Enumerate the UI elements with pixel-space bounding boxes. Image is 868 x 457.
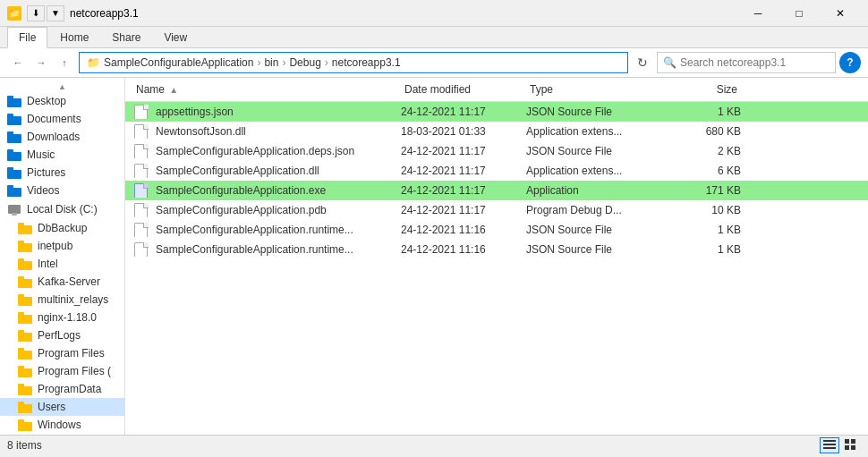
- forward-button[interactable]: →: [30, 53, 52, 72]
- sidebar-item-music[interactable]: Music: [0, 146, 124, 164]
- file-type-cell: Application extens...: [526, 125, 669, 138]
- column-name[interactable]: Name ▲: [132, 81, 401, 97]
- file-date-cell: 24-12-2021 11:17: [401, 145, 526, 157]
- sidebar-item-pictures[interactable]: Pictures: [0, 164, 124, 182]
- file-row[interactable]: NewtonsoftJson.dll 18-03-2021 01:33 Appl…: [125, 122, 868, 141]
- tab-file[interactable]: File: [7, 27, 47, 48]
- sidebar-item-perflogs[interactable]: PerfLogs: [0, 326, 124, 344]
- file-date-cell: 24-12-2021 11:16: [401, 224, 526, 236]
- sidebar-label: multinix_relays: [38, 293, 108, 306]
- sidebar-item-nginx[interactable]: nginx-1.18.0: [0, 309, 124, 326]
- sidebar-item-kafka[interactable]: Kafka-Server: [0, 273, 124, 291]
- close-button[interactable]: ✕: [820, 0, 861, 27]
- sidebar-item-windows[interactable]: Windows: [0, 416, 124, 434]
- up-button[interactable]: ↑: [54, 53, 75, 72]
- search-box[interactable]: 🔍: [657, 52, 836, 73]
- tab-home[interactable]: Home: [49, 27, 99, 47]
- maximize-button[interactable]: □: [779, 0, 820, 27]
- column-size[interactable]: Size: [669, 81, 741, 97]
- sidebar-label: Program Files (: [38, 365, 111, 377]
- sidebar-item-program-files[interactable]: Program Files: [0, 344, 124, 362]
- file-date-cell: 18-03-2021 01:33: [401, 125, 526, 138]
- file-icon: [132, 144, 150, 158]
- main-area: ▲ Desktop Documents Downloads Music Pict…: [0, 78, 868, 435]
- search-input[interactable]: [680, 56, 830, 69]
- file-type-cell: JSON Source File: [526, 106, 669, 118]
- column-date[interactable]: Date modified: [401, 81, 526, 97]
- sidebar-label: Documents: [27, 113, 81, 125]
- view-large-icon-button[interactable]: [841, 437, 861, 453]
- sidebar-item-users[interactable]: Users: [0, 398, 124, 416]
- folder-icon: [7, 149, 21, 161]
- sidebar-item-desktop[interactable]: Desktop: [0, 92, 124, 110]
- sidebar-label: Music: [27, 148, 55, 161]
- svg-rect-3: [845, 439, 849, 444]
- details-view-icon: [823, 439, 836, 452]
- sidebar-label: ProgramData: [38, 383, 101, 395]
- sidebar-item-local-c[interactable]: Local Disk (C:): [0, 199, 124, 219]
- sidebar-item-dbbackup[interactable]: DbBackup: [0, 219, 124, 237]
- folder-icon: [18, 366, 32, 377]
- path-segment-4[interactable]: netcoreapp3.1: [332, 56, 401, 69]
- file-type-cell: Application: [526, 184, 669, 197]
- sidebar-label: Intel: [38, 258, 58, 270]
- address-path[interactable]: 📁 SampleConfigurableApplication › bin › …: [79, 52, 628, 73]
- path-segment-3[interactable]: Debug: [289, 56, 320, 69]
- sidebar-item-documents[interactable]: Documents: [0, 110, 124, 128]
- sidebar-label: PerfLogs: [38, 329, 81, 342]
- sidebar-label: Kafka-Server: [38, 275, 100, 288]
- sidebar-item-multinix[interactable]: multinix_relays: [0, 291, 124, 309]
- folder-icon: [7, 114, 21, 125]
- file-row[interactable]: SampleConfigurableApplication.pdb 24-12-…: [125, 200, 868, 220]
- minimize-button[interactable]: ─: [737, 0, 779, 27]
- svg-rect-1: [823, 444, 836, 445]
- file-size-cell: 6 KB: [669, 165, 741, 177]
- view-details-button[interactable]: [820, 437, 839, 453]
- sidebar-item-downloads[interactable]: Downloads: [0, 128, 124, 146]
- file-name-cell: appsettings.json: [132, 105, 401, 119]
- file-row[interactable]: SampleConfigurableApplication.runtime...…: [125, 220, 868, 240]
- file-name-cell: SampleConfigurableApplication.dll: [132, 164, 401, 178]
- sidebar-label: Videos: [27, 184, 59, 197]
- svg-rect-0: [823, 440, 836, 442]
- title-bar: 📁 ⬇ ▼ netcoreapp3.1 ─ □ ✕: [0, 0, 868, 27]
- quick-save-btn[interactable]: ⬇: [27, 5, 45, 21]
- path-segment-2[interactable]: bin: [264, 56, 278, 69]
- file-icon: [132, 242, 150, 257]
- file-row[interactable]: SampleConfigurableApplication.runtime...…: [125, 240, 868, 259]
- file-row[interactable]: appsettings.json 24-12-2021 11:17 JSON S…: [125, 102, 868, 122]
- sidebar-item-videos[interactable]: Videos: [0, 182, 124, 199]
- sidebar-item-programdata[interactable]: ProgramData: [0, 380, 124, 398]
- file-size-cell: 680 KB: [669, 125, 741, 138]
- exe-file-icon: [132, 183, 150, 198]
- sidebar-item-local-d[interactable]: Local Disk (D:): [0, 434, 124, 435]
- status-bar: 8 items: [0, 435, 868, 454]
- folder-icon: [18, 384, 32, 395]
- refresh-button[interactable]: ↻: [632, 53, 653, 72]
- file-row[interactable]: SampleConfigurableApplication.deps.json …: [125, 141, 868, 161]
- sidebar-item-inetpub[interactable]: inetpub: [0, 237, 124, 255]
- path-segment-1[interactable]: SampleConfigurableApplication: [104, 56, 253, 69]
- file-name-cell: SampleConfigurableApplication.deps.json: [132, 144, 401, 158]
- folder-icon: [18, 276, 32, 288]
- file-row[interactable]: SampleConfigurableApplication.dll 24-12-…: [125, 161, 868, 181]
- sidebar-scroll-up[interactable]: ▲: [0, 81, 124, 92]
- tab-share[interactable]: Share: [101, 27, 151, 47]
- file-date-cell: 24-12-2021 11:17: [401, 204, 526, 216]
- file-type-cell: JSON Source File: [526, 224, 669, 236]
- file-row-exe[interactable]: SampleConfigurableApplication.exe 24-12-…: [125, 181, 868, 200]
- file-icon: [132, 105, 150, 119]
- sidebar-item-program-files-x86[interactable]: Program Files (: [0, 362, 124, 380]
- back-button[interactable]: ←: [7, 53, 29, 72]
- folder-icon: [7, 167, 21, 179]
- app-icon: 📁: [7, 6, 21, 21]
- window-controls: ─ □ ✕: [737, 0, 861, 27]
- help-button[interactable]: ?: [839, 52, 861, 73]
- sidebar-item-intel[interactable]: Intel: [0, 255, 124, 273]
- quick-new-btn[interactable]: ▼: [47, 5, 64, 21]
- sidebar-label: Windows: [38, 419, 81, 431]
- column-type[interactable]: Type: [526, 81, 669, 97]
- folder-icon: [7, 185, 21, 197]
- tab-view[interactable]: View: [153, 27, 198, 47]
- file-size-cell: 2 KB: [669, 145, 741, 157]
